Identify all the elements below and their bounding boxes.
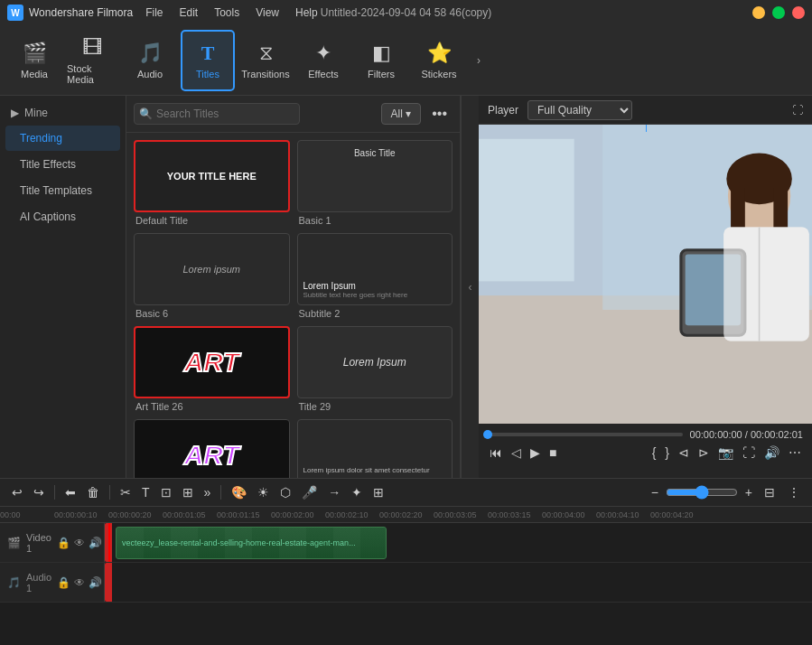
bt-crop2-btn[interactable]: ⊞ [178, 482, 198, 502]
search-input[interactable] [134, 103, 300, 125]
toolbar-more-btn[interactable]: › [470, 30, 488, 91]
volume-btn[interactable]: 🔊 [762, 444, 781, 462]
tool-titles[interactable]: T Titles [181, 30, 235, 91]
zoom-slider[interactable] [666, 485, 738, 500]
bt-text-btn[interactable]: T [137, 482, 154, 502]
player-controls: 00:00:00:00 / 00:00:02:01 ⏮ ◁ ▶ ■ { } ⊲ … [479, 424, 812, 478]
menu-tools[interactable]: Tools [207, 5, 247, 21]
clip-btn[interactable]: ⊲ [677, 444, 691, 462]
panel-title-effects[interactable]: Title Effects [5, 152, 120, 177]
bt-back-btn[interactable]: ⬅ [61, 482, 80, 502]
ruler-tick-9: 00:00:03:15 [488, 510, 531, 519]
video-clip[interactable]: vecteezy_lease-rental-and-selling-home-r… [116, 527, 387, 559]
tool-filters[interactable]: ◧ Filters [354, 30, 408, 91]
tool-transitions[interactable]: ⧖ Transitions [238, 30, 293, 91]
bt-layout-btn[interactable]: ⊟ [760, 482, 779, 502]
template-default-title[interactable]: YOUR TITLE HERE Default Title [134, 140, 290, 226]
audio-icon: 🎵 [138, 42, 163, 65]
menu-file[interactable]: File [138, 5, 170, 21]
menu-view[interactable]: View [248, 5, 286, 21]
bt-mic-btn[interactable]: 🎤 [297, 482, 322, 502]
music-icon: 🎵 [7, 576, 21, 589]
template-basic1[interactable]: Basic Title Basic 1 [297, 140, 453, 226]
audio-red-marker [105, 563, 112, 602]
panel-title-templates[interactable]: Title Templates [5, 178, 120, 203]
menu-edit[interactable]: Edit [173, 5, 206, 21]
subtitle2-sub: Subtitle text here goes right here [303, 291, 408, 299]
transitions-label: Transitions [241, 69, 289, 79]
fullscreen-btn[interactable]: ⛶ [741, 444, 757, 462]
filter-all-btn[interactable]: All ▾ [381, 103, 422, 125]
audio-lock-icon[interactable]: 🔒 [57, 576, 70, 589]
split-btn[interactable]: ⊳ [696, 444, 711, 462]
audio-track-content[interactable] [105, 563, 812, 602]
maximize-btn[interactable] [772, 6, 785, 19]
ruler-tick-12: 00:00:04:20 [650, 510, 694, 519]
quality-select[interactable]: Full Quality Half Quality Quarter Qualit… [527, 100, 632, 120]
ruler-tick-8: 00:00:03:05 [434, 510, 477, 519]
bt-more2-btn[interactable]: » [200, 482, 216, 502]
bt-grid-btn[interactable]: ⊞ [369, 482, 388, 502]
more-btn[interactable]: ⋯ [787, 444, 803, 462]
title-effects-label: Title Effects [20, 158, 76, 171]
zoom-out-btn[interactable]: − [648, 483, 662, 501]
tool-effects[interactable]: ✦ Effects [296, 30, 350, 91]
panel-ai-captions[interactable]: AI Captions [5, 204, 120, 229]
player-settings-btn[interactable]: ⛶ [792, 104, 803, 117]
tool-stickers[interactable]: ⭐ Stickers [412, 30, 466, 91]
bt-delete-btn[interactable]: 🗑 [82, 482, 104, 502]
eye-icon[interactable]: 👁 [74, 537, 85, 549]
audio-track-label: 🎵 Audio 1 🔒 👁 🔊 [0, 563, 105, 602]
window-controls [752, 6, 805, 19]
template-basic6[interactable]: Lorem ipsum Basic 6 [134, 233, 290, 319]
bt-layout2-btn[interactable]: ⋮ [783, 482, 805, 502]
templates-grid: YOUR TITLE HERE Default Title Basic Titl… [126, 133, 460, 478]
section-mine[interactable]: ▶ Mine [0, 101, 126, 125]
play-btn[interactable]: ▶ [528, 444, 542, 462]
prev-frame-btn[interactable]: ⏮ [488, 444, 504, 462]
step-back-btn[interactable]: ◁ [509, 444, 523, 462]
tool-media[interactable]: 🎬 Media [7, 30, 61, 91]
media-icon: 🎬 [23, 42, 47, 65]
collapse-panel-btn[interactable]: ‹ [461, 96, 479, 478]
minimize-btn[interactable] [752, 6, 765, 19]
bt-arrow-btn[interactable]: → [323, 482, 345, 502]
settings-icon: ⛶ [792, 104, 803, 117]
close-btn[interactable] [792, 6, 805, 19]
out-point-btn[interactable]: } [663, 444, 671, 462]
menu-help[interactable]: Help [288, 5, 325, 21]
in-point-btn[interactable]: { [650, 444, 658, 462]
template-last[interactable]: Lorem ipsum dolor sit amet consectetur a… [297, 419, 453, 478]
bt-mask-btn[interactable]: ⬡ [275, 482, 295, 502]
template-title29-label: Title 29 [297, 401, 453, 412]
audio-volume-icon[interactable]: 🔊 [89, 576, 102, 589]
progress-bar[interactable] [488, 433, 683, 436]
panel-trending[interactable]: Trending [5, 126, 120, 151]
bt-connect-btn[interactable]: ✦ [347, 482, 367, 502]
bt-undo-btn[interactable]: ↩ [7, 482, 27, 502]
volume-track-icon[interactable]: 🔊 [89, 537, 102, 549]
stop-btn[interactable]: ■ [547, 444, 558, 462]
video-track-content[interactable]: vecteezy_lease-rental-and-selling-home-r… [105, 523, 812, 562]
bt-sun-btn[interactable]: ☀ [253, 482, 274, 502]
template-art-title26[interactable]: ART Art Title 26 [134, 326, 290, 412]
tool-stock-media[interactable]: 🎞 Stock Media [65, 30, 119, 91]
template-title29[interactable]: Lorem Ipsum Title 29 [297, 326, 453, 412]
ruler-tick-6: 00:00:02:10 [325, 510, 369, 519]
lock-icon[interactable]: 🔒 [57, 537, 70, 549]
zoom-in-btn[interactable]: + [742, 483, 756, 501]
template-subtitle2-label: Subtitle 2 [297, 308, 453, 319]
template-art4[interactable]: ART Art Title [134, 419, 290, 478]
bt-color-btn[interactable]: 🎨 [227, 482, 251, 502]
time-display: 00:00:00:00 / 00:00:02:01 [690, 429, 803, 440]
bt-cut-btn[interactable]: ✂ [116, 482, 135, 502]
snapshot-btn[interactable]: 📷 [716, 444, 735, 462]
template-art-title26-label: Art Title 26 [134, 401, 290, 412]
tool-audio[interactable]: 🎵 Audio [123, 30, 177, 91]
template-subtitle2[interactable]: Lorem Ipsum Subtitle text here goes righ… [297, 233, 453, 319]
bt-redo-btn[interactable]: ↪ [29, 482, 49, 502]
audio-eye-icon[interactable]: 👁 [74, 576, 85, 589]
bt-crop-btn[interactable]: ⊡ [156, 482, 176, 502]
more-options-btn[interactable]: ••• [426, 104, 453, 124]
progress-knob[interactable] [483, 430, 492, 439]
